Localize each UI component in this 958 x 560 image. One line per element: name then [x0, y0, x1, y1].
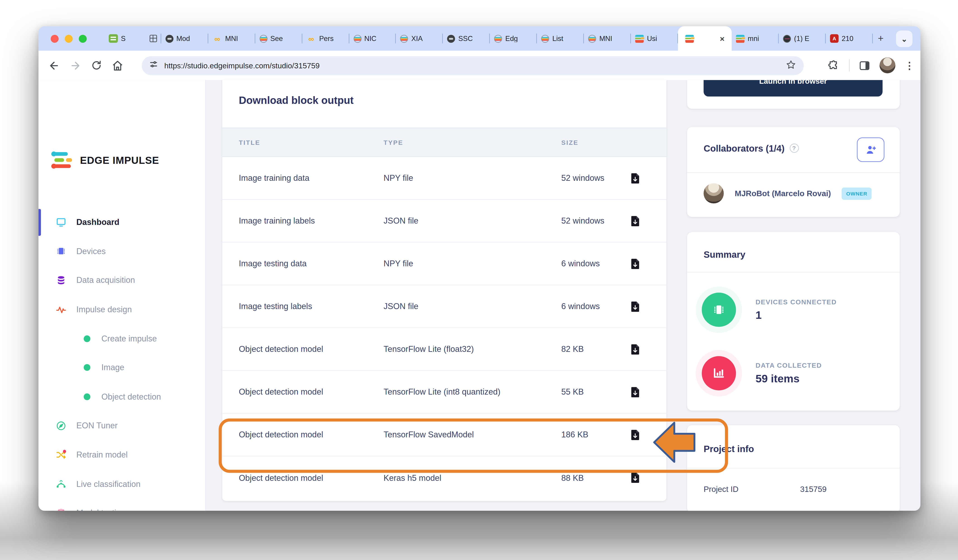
window-controls — [51, 26, 87, 51]
download-file-icon[interactable] — [630, 172, 640, 184]
pdf-favicon: A — [830, 34, 839, 43]
browser-tab[interactable]: A 210 — [826, 26, 873, 51]
minimize-window-button[interactable] — [65, 35, 73, 43]
column-header-size: SIZE — [561, 139, 628, 146]
tab-title: (1) E — [794, 35, 822, 42]
sidebar-item-dashboard[interactable]: Dashboard — [38, 208, 205, 237]
cell-title: Object detection model — [239, 344, 379, 354]
table-row: Image testing data NPY file 6 windows — [222, 243, 666, 285]
help-circle-icon[interactable]: ? — [790, 144, 799, 153]
download-file-icon[interactable] — [630, 428, 640, 441]
browser-tab[interactable]: (1) E — [779, 26, 826, 51]
toolbar-divider — [849, 59, 850, 71]
collaborators-title: Collaborators (1/4) ? — [704, 143, 798, 154]
stat-value: 1 — [755, 309, 762, 322]
compass-icon — [56, 420, 67, 431]
card-divider — [687, 468, 900, 469]
sidebar-item-live-classification[interactable]: Live classification — [38, 470, 205, 499]
green-dot-icon — [81, 362, 92, 373]
collaborator-avatar[interactable] — [704, 183, 724, 203]
sidebar-item-retrain-model[interactable]: Retrain model — [38, 440, 205, 470]
edge-impulse-logo[interactable]: EDGE IMPULSE — [52, 152, 159, 168]
browser-tab[interactable]: See — [255, 26, 302, 51]
download-file-icon[interactable] — [630, 300, 640, 313]
cell-type: JSON file — [384, 302, 555, 311]
download-file-icon[interactable] — [630, 386, 640, 398]
browser-tab[interactable]: Mod — [161, 26, 208, 51]
side-panel-icon[interactable] — [859, 60, 870, 71]
browser-tab[interactable]: List — [537, 26, 584, 51]
sidebar-item-image[interactable]: Image — [38, 353, 205, 382]
back-icon[interactable] — [48, 60, 60, 71]
download-block-output-card: Download block output TITLE TYPE SIZE Im… — [222, 80, 666, 501]
active-browser-tab[interactable]: × — [678, 26, 732, 51]
bookmark-star-icon[interactable] — [785, 59, 796, 72]
tab-list: S Mod ∞ MNI See ∞ Pers — [105, 26, 889, 51]
new-tab-button[interactable]: + — [873, 26, 888, 51]
table-row: Image training labels JSON file 52 windo… — [222, 200, 666, 243]
cell-title: Object detection model — [239, 430, 379, 439]
extensions-puzzle-icon[interactable] — [828, 60, 840, 71]
sidebar-item-impulse-design[interactable]: Impulse design — [38, 295, 205, 324]
devices-connected-icon — [702, 293, 736, 327]
download-file-icon[interactable] — [630, 257, 640, 270]
url-text[interactable]: https://studio.edgeimpulse.com/studio/31… — [164, 61, 785, 70]
kebab-menu-icon[interactable]: ⋮ — [905, 60, 914, 71]
browser-tab[interactable]: MNI — [584, 26, 631, 51]
site-settings-icon[interactable] — [149, 60, 159, 71]
table-row: Object detection model TensorFlow Lite (… — [222, 328, 666, 371]
browser-tab[interactable]: XIA — [396, 26, 443, 51]
profile-avatar[interactable] — [880, 57, 895, 73]
cell-size: 6 windows — [561, 259, 628, 268]
browser-tab[interactable]: Usi — [631, 26, 678, 51]
close-tab-icon[interactable]: × — [720, 35, 725, 43]
cell-title: Image training labels — [239, 216, 379, 225]
grid-icon — [149, 35, 157, 42]
ring-favicon — [400, 35, 408, 43]
collaborator-name: MJRoBot (Marcelo Rovai) — [735, 189, 831, 198]
sidebar-item-model-testing[interactable]: Model testing — [38, 498, 205, 511]
tab-search-chevron-icon[interactable]: ⌄ — [896, 30, 912, 47]
table-row: Image training data NPY file 52 windows — [222, 157, 666, 200]
sidebar-item-eon-tuner[interactable]: EON Tuner — [38, 411, 205, 441]
url-bar[interactable]: https://studio.edgeimpulse.com/studio/31… — [141, 56, 804, 75]
browser-tab[interactable]: Edg — [490, 26, 537, 51]
collaborator-row: MJRoBot (Marcelo Rovai) OWNER — [704, 183, 887, 203]
desktop-background: S Mod ∞ MNI See ∞ Pers — [0, 0, 958, 560]
browser-tab[interactable]: SSC — [443, 26, 490, 51]
browser-tab[interactable]: ∞ MNI — [208, 26, 255, 51]
home-icon[interactable] — [112, 60, 123, 71]
close-window-button[interactable] — [51, 35, 59, 43]
tab-title: List — [552, 35, 580, 42]
tab-strip: S Mod ∞ MNI See ∞ Pers — [38, 26, 920, 51]
browser-tab[interactable]: ∞ Pers — [302, 26, 349, 51]
launch-in-browser-button[interactable]: Launch in browser — [704, 80, 882, 97]
tab-title: Edg — [505, 35, 533, 42]
reload-icon[interactable] — [91, 60, 102, 71]
sidebar-item-devices[interactable]: Devices — [38, 237, 205, 266]
green-dot-icon — [81, 333, 92, 344]
summary-card: Summary DEVICES CONNECTED 1 DATA COLLECT… — [687, 232, 900, 411]
browser-tab[interactable]: NIC — [349, 26, 396, 51]
browser-tab[interactable]: S — [105, 26, 161, 51]
zoom-window-button[interactable] — [79, 35, 87, 43]
edge-impulse-favicon — [685, 35, 694, 43]
download-file-icon[interactable] — [630, 215, 640, 227]
cell-size: 82 KB — [561, 344, 628, 354]
sidebar-item-data-acquisition[interactable]: Data acquisition — [38, 266, 205, 295]
tab-title: MNI — [225, 35, 251, 42]
owner-badge: OWNER — [842, 187, 872, 200]
stat-value: 59 items — [755, 373, 799, 385]
green-dot-icon — [81, 391, 92, 402]
browser-tab[interactable]: mni — [732, 26, 779, 51]
forward-icon[interactable] — [70, 60, 81, 71]
colab-favicon: ∞ — [306, 35, 316, 43]
download-file-icon[interactable] — [630, 343, 640, 355]
sidebar-item-object-detection[interactable]: Object detection — [38, 382, 205, 411]
column-header-title: TITLE — [239, 139, 379, 146]
add-collaborator-button[interactable] — [857, 138, 885, 162]
project-id-value: 315759 — [800, 484, 826, 494]
sidebar-item-create-impulse[interactable]: Create impulse — [38, 324, 205, 353]
download-file-icon[interactable] — [630, 471, 640, 484]
cell-title: Image training data — [239, 173, 379, 183]
